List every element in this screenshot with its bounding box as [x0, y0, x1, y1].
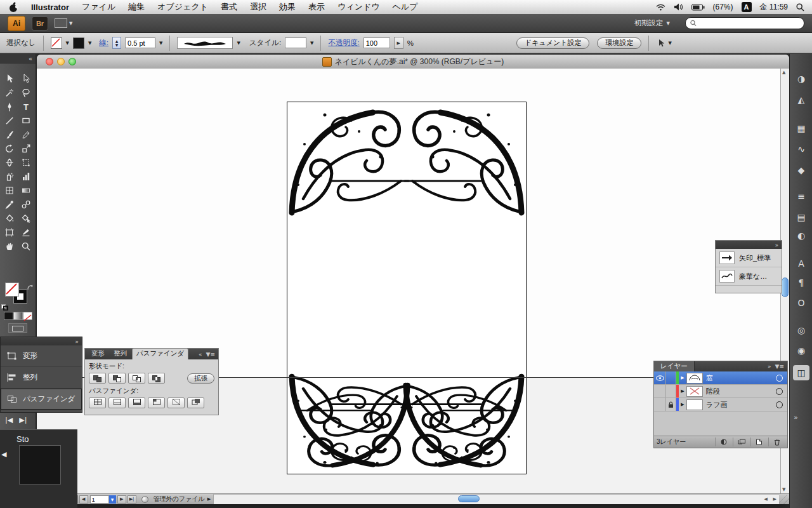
paragraph-panel-icon[interactable]: ¶	[793, 275, 809, 290]
document-setup-button[interactable]: ドキュメント設定	[516, 37, 590, 49]
gradient-tool[interactable]	[18, 184, 34, 197]
color-button[interactable]	[4, 312, 13, 320]
artboard-artwork[interactable]	[287, 102, 527, 474]
dock-button-transform[interactable]: 変形	[1, 345, 82, 367]
horizontal-scroll-thumb[interactable]	[458, 495, 480, 502]
stroke-panel-link[interactable]: 線:	[99, 38, 108, 48]
status-flyout-icon[interactable]: ▶	[207, 497, 211, 502]
bridge-icon[interactable]: Br	[32, 17, 48, 30]
color-guide-panel-icon[interactable]: ◭	[793, 92, 809, 107]
expand-dock-icon[interactable]: »	[794, 413, 798, 422]
resize-grip[interactable]	[779, 495, 789, 504]
rectangle-tool[interactable]	[18, 114, 34, 128]
layer-row[interactable]: ▶ 階段	[654, 385, 787, 398]
brush-panel-header[interactable]: »	[716, 241, 782, 249]
pen-tool[interactable]	[1, 100, 18, 114]
brush-item[interactable]: 豪華な…	[716, 267, 782, 286]
first-frame-button[interactable]: |◀	[5, 416, 13, 424]
collapse-panel-icon[interactable]: «	[199, 351, 202, 358]
stroke-width-input[interactable]	[125, 37, 155, 48]
menu-file[interactable]: ファイル	[82, 1, 115, 13]
menu-select[interactable]: 選択	[250, 1, 266, 13]
search-field[interactable]	[685, 17, 804, 29]
merge-button[interactable]	[128, 398, 145, 408]
paintbrush-tool[interactable]	[1, 128, 18, 142]
scale-tool[interactable]	[18, 142, 34, 156]
layers-panel-icon[interactable]: ◫	[793, 365, 809, 380]
layer-thumbnail[interactable]	[686, 399, 703, 410]
appearance-panel-icon[interactable]: ◉	[793, 343, 809, 358]
fill-swatch[interactable]	[5, 283, 19, 297]
expand-layer-icon[interactable]: ▶	[679, 389, 686, 394]
preferences-button[interactable]: 環境設定	[597, 37, 641, 49]
last-artboard-button[interactable]: ▶|	[128, 495, 136, 504]
menu-clock[interactable]: 金 11:59	[760, 2, 788, 13]
lock-toggle[interactable]	[666, 371, 676, 384]
fill-color-swatch[interactable]	[51, 37, 62, 49]
new-layer-button[interactable]	[750, 438, 767, 446]
input-method-badge[interactable]: A	[742, 2, 752, 12]
tab-align[interactable]: 整列	[110, 349, 131, 359]
previous-artboard-button[interactable]: ◀	[79, 495, 88, 504]
layer-name[interactable]: 階段	[706, 387, 776, 396]
visibility-toggle[interactable]	[654, 398, 666, 411]
menu-help[interactable]: ヘルプ	[393, 1, 418, 13]
symbol-sprayer-tool[interactable]	[1, 170, 18, 184]
symbols-panel-icon[interactable]: ◆	[793, 163, 809, 178]
layer-row[interactable]: ▶ 窓	[654, 371, 787, 385]
minus-front-button[interactable]	[108, 373, 126, 384]
expand-layer-icon[interactable]: ▶	[679, 375, 686, 380]
app-menu-title[interactable]: Illustrator	[31, 3, 69, 12]
zoom-tool[interactable]	[18, 239, 34, 253]
brush-definition-preview[interactable]	[177, 37, 233, 49]
divide-button[interactable]	[89, 398, 106, 408]
expand-layer-icon[interactable]: ▶	[679, 402, 686, 407]
visibility-toggle[interactable]	[654, 371, 666, 384]
free-transform-tool[interactable]	[18, 156, 34, 170]
screen-mode-button[interactable]	[8, 323, 27, 333]
battery-percent[interactable]: (67%)	[713, 3, 733, 11]
exclude-button[interactable]	[148, 373, 165, 384]
crop-button[interactable]	[148, 398, 165, 408]
character-panel-icon[interactable]: A	[793, 256, 809, 271]
lasso-tool[interactable]	[18, 86, 34, 100]
expand-panel-icon[interactable]: »	[775, 242, 778, 248]
opacity-panel-link[interactable]: 不透明度:	[328, 38, 359, 48]
menu-window[interactable]: ウィンドウ	[337, 1, 380, 13]
tab-transform[interactable]: 変形	[88, 349, 108, 359]
swatches-panel-icon[interactable]: ▦	[793, 121, 809, 136]
layer-thumbnail[interactable]	[686, 386, 703, 397]
artboard-dropdown-icon[interactable]: ▼	[109, 495, 116, 504]
stroke-width-dropdown-icon[interactable]: ▼	[159, 41, 162, 46]
stroke-panel-icon[interactable]: ≡	[793, 189, 809, 204]
selection-tool[interactable]	[1, 72, 18, 86]
scroll-left-arrow[interactable]: ◀	[764, 497, 768, 502]
artboard-tool[interactable]	[1, 225, 18, 239]
rotate-tool[interactable]	[1, 142, 18, 156]
dock-header[interactable]: »	[1, 337, 82, 345]
tab-pathfinder[interactable]: パスファインダ	[132, 348, 188, 359]
minus-back-button[interactable]	[187, 398, 204, 408]
glyphs-panel-icon[interactable]: O	[793, 295, 809, 311]
attributes-panel-icon[interactable]: ◎	[793, 323, 809, 338]
expand-panel-icon[interactable]: »	[768, 363, 771, 370]
artboard-number-input[interactable]	[90, 495, 109, 504]
expand-dock-icon[interactable]: »	[75, 338, 79, 345]
hand-tool[interactable]	[1, 239, 18, 253]
opacity-input[interactable]	[363, 37, 390, 48]
select-similar-button[interactable]: ▼	[656, 38, 671, 48]
menu-view[interactable]: 表示	[308, 1, 325, 13]
vertical-scroll-thumb[interactable]	[782, 277, 789, 297]
spotlight-icon[interactable]	[796, 3, 804, 11]
stroke-width-stepper[interactable]: ▲ ▼	[112, 37, 121, 49]
target-circle[interactable]	[776, 388, 783, 395]
brushes-panel-icon[interactable]: ∿	[793, 142, 809, 157]
next-artboard-button[interactable]: ▶	[117, 495, 126, 504]
layer-name[interactable]: ラフ画	[706, 400, 776, 410]
unite-button[interactable]	[89, 373, 106, 384]
tab-layers[interactable]: レイヤー	[654, 361, 695, 371]
swap-fill-stroke-button[interactable]	[27, 283, 34, 294]
apple-menu-icon[interactable]	[9, 2, 18, 13]
scroll-right-arrow[interactable]: ▶	[773, 497, 776, 502]
live-paint-selection-tool[interactable]	[18, 211, 34, 225]
